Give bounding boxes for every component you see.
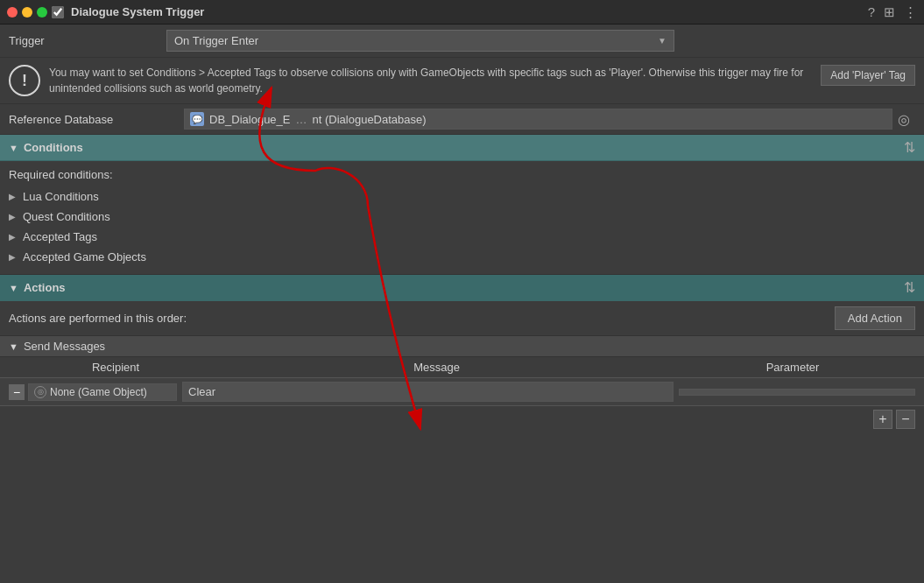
column-recipient-header: Recipient xyxy=(28,361,203,374)
db-name-type: nt (DialogueDatabase) xyxy=(313,113,427,126)
trigger-value: On Trigger Enter xyxy=(174,34,258,47)
layout-icon[interactable]: ⊞ xyxy=(884,4,895,20)
warning-icon: ! xyxy=(9,65,40,96)
recipient-value: None (Game Object) xyxy=(50,386,147,398)
parameter-field[interactable] xyxy=(679,389,915,396)
actions-order-text: Actions are performed in this order: xyxy=(9,312,187,325)
trigger-row: Trigger On Trigger Enter ▼ xyxy=(0,25,924,58)
title-bar-actions: ? ⊞ ⋮ xyxy=(868,4,917,20)
conditions-sort-icon[interactable]: ⇅ xyxy=(904,139,915,156)
warning-box: ! You may want to set Conditions > Accep… xyxy=(0,58,924,104)
add-row-button[interactable]: + xyxy=(873,410,892,429)
actions-triangle-icon: ▼ xyxy=(9,283,18,293)
condition-triangle-icon: ▶ xyxy=(9,252,16,262)
reference-db-button[interactable]: ◎ xyxy=(892,111,915,128)
trigger-label: Trigger xyxy=(9,34,166,47)
window-controls xyxy=(7,6,64,18)
add-player-tag-button[interactable]: Add 'Player' Tag xyxy=(821,65,915,86)
remove-bottom-button[interactable]: − xyxy=(896,410,915,429)
active-checkbox[interactable] xyxy=(52,6,64,18)
trigger-dropdown-wrapper[interactable]: On Trigger Enter ▼ xyxy=(166,30,915,52)
window-title: Dialogue System Trigger xyxy=(71,5,204,18)
reference-database-row: Reference Database 💬 DB_Dialogue_E … nt … xyxy=(0,104,924,135)
table-spacer xyxy=(9,361,28,374)
minimize-dot[interactable] xyxy=(22,7,32,18)
condition-triangle-icon: ▶ xyxy=(9,192,16,201)
dropdown-arrow-icon: ▼ xyxy=(658,36,667,46)
condition-quest-label: Quest Conditions xyxy=(23,210,110,223)
send-messages-triangle-icon: ▼ xyxy=(9,341,18,352)
send-messages-header[interactable]: ▼ Send Messages xyxy=(0,336,924,357)
message-field[interactable]: Clear xyxy=(182,382,674,402)
db-name-suffix: … xyxy=(296,113,307,126)
required-conditions-label: Required conditions: xyxy=(9,168,915,181)
recipient-target-icon: ◎ xyxy=(34,386,46,398)
actions-sort-icon[interactable]: ⇅ xyxy=(904,279,915,296)
close-dot[interactable] xyxy=(7,7,18,18)
remove-row-button[interactable]: − xyxy=(9,384,25,400)
recipient-field[interactable]: ◎ None (Game Object) xyxy=(28,383,177,401)
reference-db-field[interactable]: 💬 DB_Dialogue_E … nt (DialogueDatabase) xyxy=(184,109,892,130)
actions-section-title: Actions xyxy=(24,281,904,294)
conditions-triangle-icon: ▼ xyxy=(9,143,18,153)
help-icon[interactable]: ? xyxy=(868,4,875,19)
conditions-content: Required conditions: ▶ Lua Conditions ▶ … xyxy=(0,161,924,275)
send-messages-title: Send Messages xyxy=(24,340,105,353)
condition-gameobjects-label: Accepted Game Objects xyxy=(23,250,146,263)
table-header-row: Recipient Message Parameter xyxy=(0,357,924,378)
column-message-header: Message xyxy=(203,361,670,374)
reference-db-label: Reference Database xyxy=(9,113,184,126)
maximize-dot[interactable] xyxy=(37,7,47,18)
actions-section-header[interactable]: ▼ Actions ⇅ xyxy=(0,275,924,301)
condition-lua-label: Lua Conditions xyxy=(23,190,99,203)
condition-lua[interactable]: ▶ Lua Conditions xyxy=(9,186,915,207)
condition-gameobjects[interactable]: ▶ Accepted Game Objects xyxy=(9,247,915,267)
warning-text: You may want to set Conditions > Accepte… xyxy=(49,65,812,96)
condition-triangle-icon: ▶ xyxy=(9,232,16,242)
condition-tags-label: Accepted Tags xyxy=(23,230,97,243)
conditions-section-header[interactable]: ▼ Conditions ⇅ xyxy=(0,135,924,161)
menu-icon[interactable]: ⋮ xyxy=(904,4,917,20)
title-bar: Dialogue System Trigger ? ⊞ ⋮ xyxy=(0,0,924,25)
actions-header-row: Actions are performed in this order: Add… xyxy=(9,306,915,330)
condition-tags[interactable]: ▶ Accepted Tags xyxy=(9,227,915,247)
db-name: DB_Dialogue_E xyxy=(209,113,291,126)
trigger-dropdown[interactable]: On Trigger Enter ▼ xyxy=(166,30,674,52)
condition-triangle-icon: ▶ xyxy=(9,212,16,221)
db-icon: 💬 xyxy=(190,112,204,126)
column-parameter-header: Parameter xyxy=(670,361,915,374)
actions-content: Actions are performed in this order: Add… xyxy=(0,301,924,336)
bottom-row: + − xyxy=(0,406,924,432)
condition-quest[interactable]: ▶ Quest Conditions xyxy=(9,207,915,227)
warning-right: Add 'Player' Tag xyxy=(821,65,915,86)
conditions-section-title: Conditions xyxy=(24,141,904,154)
table-row: − ◎ None (Game Object) Clear xyxy=(0,378,924,406)
add-action-button[interactable]: Add Action xyxy=(835,306,915,330)
